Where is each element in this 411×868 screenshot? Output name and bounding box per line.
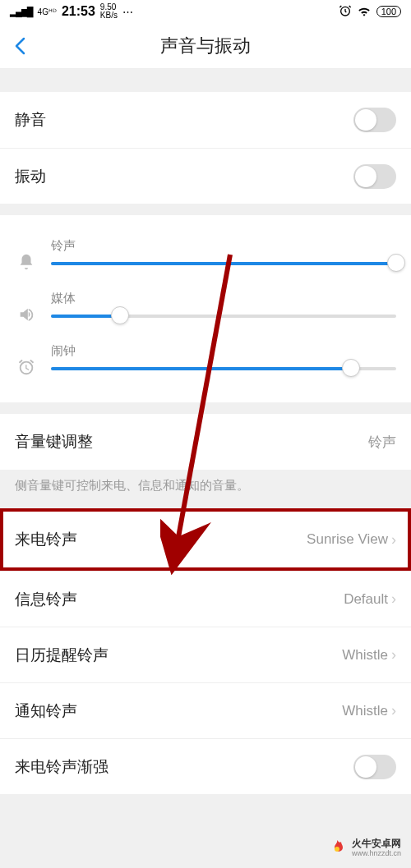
- alarm-clock-icon: [15, 358, 38, 376]
- watermark-url: www.hnzzdt.cn: [352, 850, 401, 858]
- watermark-name: 火牛安卓网: [352, 838, 401, 849]
- wifi-icon: [357, 5, 372, 19]
- alarm-slider-label: 闹钟: [51, 343, 396, 359]
- fadein-toggle[interactable]: [353, 755, 396, 779]
- ringtone-slider[interactable]: [51, 262, 396, 265]
- mute-label: 静音: [15, 109, 46, 131]
- status-more-icon: ⋯: [122, 6, 133, 18]
- back-button[interactable]: [0, 23, 39, 69]
- media-slider[interactable]: [51, 315, 396, 318]
- alarm-icon: [339, 4, 352, 20]
- notification-ringtone-label: 通知铃声: [15, 700, 77, 722]
- volume-key-hint: 侧音量键可控制来电、信息和通知的音量。: [0, 470, 411, 508]
- battery-icon: 100: [376, 6, 401, 17]
- incoming-ringtone-value: Sunrise View: [307, 531, 388, 548]
- chevron-right-icon: ›: [391, 590, 396, 608]
- chevron-right-icon: ›: [391, 646, 396, 664]
- vibrate-row[interactable]: 振动: [0, 148, 411, 204]
- svg-point-2: [335, 847, 339, 852]
- speaker-icon: [15, 305, 38, 324]
- signal-icon: ▂▄▆█: [10, 7, 33, 17]
- mute-row[interactable]: 静音: [0, 92, 411, 148]
- ringtone-slider-label: 铃声: [51, 238, 396, 254]
- status-speed: 9.50KB/s: [100, 3, 118, 20]
- alarm-slider-row: 闹钟: [0, 335, 411, 388]
- fadein-label: 来电铃声渐强: [15, 756, 109, 778]
- watermark: 火牛安卓网 www.hnzzdt.cn: [327, 838, 401, 858]
- chevron-right-icon: ›: [391, 531, 396, 549]
- ringtone-slider-row: 铃声: [0, 230, 411, 282]
- incoming-ringtone-row[interactable]: 来电铃声 Sunrise View ›: [0, 508, 411, 571]
- status-time: 21:53: [62, 4, 95, 19]
- volume-key-row[interactable]: 音量键调整 铃声: [0, 414, 411, 470]
- page-title: 声音与振动: [0, 34, 411, 58]
- page-header: 声音与振动: [0, 23, 411, 69]
- calendar-ringtone-label: 日历提醒铃声: [15, 645, 109, 666]
- incoming-ringtone-label: 来电铃声: [15, 529, 77, 550]
- message-ringtone-row[interactable]: 信息铃声 Default ›: [0, 571, 411, 627]
- alarm-slider[interactable]: [51, 367, 396, 370]
- notification-ringtone-value: Whistle: [342, 703, 388, 719]
- media-slider-label: 媒体: [51, 291, 396, 306]
- vibrate-label: 振动: [15, 166, 46, 187]
- bell-icon: [15, 253, 38, 271]
- calendar-ringtone-value: Whistle: [342, 647, 388, 664]
- status-bar: ▂▄▆█ 4Gᴴᴰ 21:53 9.50KB/s ⋯ 100: [0, 0, 411, 23]
- mute-toggle[interactable]: [353, 108, 396, 132]
- media-slider-row: 媒体: [0, 282, 411, 335]
- flame-icon: [327, 838, 347, 858]
- fadein-row[interactable]: 来电铃声渐强: [0, 738, 411, 794]
- calendar-ringtone-row[interactable]: 日历提醒铃声 Whistle ›: [0, 627, 411, 682]
- message-ringtone-label: 信息铃声: [15, 589, 77, 610]
- vibrate-toggle[interactable]: [353, 164, 396, 189]
- network-label: 4Gᴴᴰ: [38, 7, 57, 16]
- volume-key-value: 铃声: [368, 433, 396, 452]
- message-ringtone-value: Default: [344, 591, 388, 608]
- chevron-right-icon: ›: [391, 702, 396, 719]
- volume-key-label: 音量键调整: [15, 431, 93, 452]
- notification-ringtone-row[interactable]: 通知铃声 Whistle ›: [0, 682, 411, 738]
- volume-section: 铃声 媒体 闹钟: [0, 215, 411, 402]
